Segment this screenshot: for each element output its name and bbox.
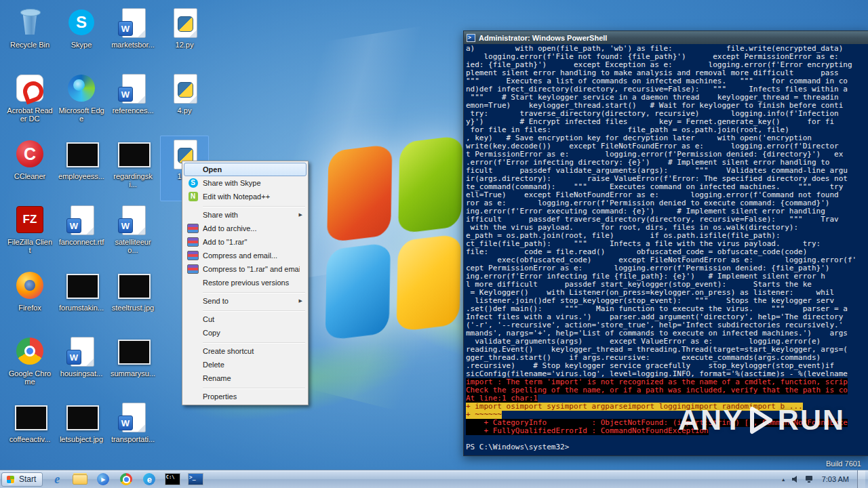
window-title: Administrator: Windows PowerShell xyxy=(479,34,607,42)
volume-icon[interactable] xyxy=(791,475,800,483)
context-menu-item[interactable]: Delete xyxy=(184,358,307,371)
menu-item-icon xyxy=(186,178,200,188)
hidden-icons-arrow-icon[interactable]: ▲ xyxy=(781,477,786,482)
start-button-label: Start xyxy=(19,474,36,484)
desktop-icon[interactable]: Google Chrome xyxy=(5,333,54,399)
taskbar: Start ▲ 7:03 AM xyxy=(0,470,868,488)
console-line: + FullyQualifiedErrorId : CommandNotFoun… xyxy=(466,427,709,435)
anyrun-watermark-left: ANY xyxy=(678,403,744,436)
context-menu-item[interactable] xyxy=(184,385,307,390)
menu-item-label: Send to xyxy=(203,297,296,305)
context-menu-item[interactable] xyxy=(184,203,307,208)
desktop-icon[interactable]: satelliteeuro... xyxy=(108,201,157,267)
menu-item-icon xyxy=(186,223,200,234)
desktop-icon-label: employeess... xyxy=(58,172,104,180)
desktop-icon-image xyxy=(14,72,46,104)
context-menu-item[interactable]: Send to ▶ xyxy=(184,294,307,308)
desktop-icon[interactable]: letsubject.jpg xyxy=(57,399,106,464)
menu-item-label: Delete xyxy=(203,361,300,369)
network-icon[interactable] xyxy=(805,475,814,483)
desktop-icon[interactable]: Acrobat Reader DC xyxy=(5,70,54,136)
show-desktop-button[interactable] xyxy=(857,470,865,488)
context-menu-item[interactable]: Restore previous versions xyxy=(184,276,307,289)
context-menu-item[interactable]: Compress to "1.rar" and email xyxy=(184,262,307,276)
desktop-icon-image xyxy=(14,335,46,367)
desktop-icon[interactable]: Microsoft Edge xyxy=(57,70,106,136)
taskbar-app-button[interactable] xyxy=(161,471,183,487)
desktop-icon[interactable]: employeess... xyxy=(57,136,106,201)
system-tray: ▲ 7:03 AM xyxy=(778,470,868,488)
powershell-console[interactable]: a) with open(file_path, 'wb') as file: f… xyxy=(464,44,868,456)
desktop-icon[interactable]: marketsbor... xyxy=(108,4,157,70)
context-menu-item[interactable]: Add to "1.rar" xyxy=(184,235,307,249)
desktop-icon[interactable]: regardingski... xyxy=(108,136,157,201)
menu-item-icon xyxy=(186,314,200,325)
taskbar-app-button[interactable] xyxy=(92,471,114,487)
context-menu-item[interactable] xyxy=(184,308,307,312)
desktop-icon-label: FileZilla Client xyxy=(7,238,53,254)
desktop-icon[interactable]: Recycle Bin xyxy=(5,4,54,70)
anyrun-play-icon xyxy=(749,406,773,434)
taskbar-clock[interactable]: 7:03 AM xyxy=(822,475,849,483)
desktop-icon[interactable]: FileZilla Client xyxy=(5,201,54,267)
desktop-icon[interactable]: steeltrust.jpg xyxy=(108,267,157,333)
desktop-icon-label: coffeeactiv... xyxy=(7,435,53,443)
start-button[interactable]: Start xyxy=(1,472,43,487)
desktop-icon[interactable]: housingsat... xyxy=(57,333,106,399)
taskbar-app-button[interactable] xyxy=(138,471,160,487)
powershell-window[interactable]: > Administrator: Windows PowerShell a) w… xyxy=(463,30,868,456)
desktop-icon[interactable]: summarysu... xyxy=(108,333,157,399)
powershell-titlebar[interactable]: > Administrator: Windows PowerShell xyxy=(464,31,868,44)
anyrun-watermark: ANY RUN xyxy=(678,403,845,436)
windows-logo-pane-yellow xyxy=(396,233,461,331)
menu-item-icon xyxy=(186,277,200,288)
desktop-icon-label: forumstakin... xyxy=(58,304,104,312)
menu-item-icon xyxy=(186,327,200,338)
desktop-icon[interactable]: coffeeactiv... xyxy=(5,399,54,464)
submenu-arrow-icon: ▶ xyxy=(299,212,302,218)
desktop-icon[interactable]: 4.py xyxy=(160,70,209,136)
context-menu-item[interactable]: Open xyxy=(184,163,307,176)
desktop-icon[interactable]: CCleaner xyxy=(5,136,54,201)
menu-item-icon xyxy=(186,391,200,402)
desktop-icon[interactable]: 12.py xyxy=(160,4,209,70)
desktop-icon-label: Recycle Bin xyxy=(7,41,53,49)
context-menu-item[interactable]: Rename xyxy=(184,371,307,385)
desktop-icon[interactable]: transportati... xyxy=(108,399,157,464)
taskbar-app-button[interactable] xyxy=(115,471,137,487)
desktop-icon-image xyxy=(117,203,149,236)
menu-item-label: Share with Skype xyxy=(203,179,300,187)
context-menu-item[interactable] xyxy=(184,289,307,294)
windows-logo-pane-blue xyxy=(326,242,391,340)
context-menu-item[interactable]: Create shortcut xyxy=(184,344,307,358)
desktop-icon[interactable]: Firefox xyxy=(5,267,54,333)
desktop-icon[interactable]: fanconnect.rtf xyxy=(57,201,106,267)
desktop-icon-image xyxy=(117,138,149,170)
menu-item-label: Compress and email... xyxy=(203,251,300,260)
context-menu-item[interactable]: Edit with Notepad++ xyxy=(184,190,307,203)
desktop-icon[interactable]: Skype xyxy=(57,4,106,70)
context-menu-item[interactable]: Cut xyxy=(184,312,307,326)
desktop-icon-label: references... xyxy=(110,106,156,115)
desktop-icon[interactable]: forumstakin... xyxy=(57,267,106,333)
context-menu-item[interactable]: Properties xyxy=(184,390,307,403)
powershell-icon: > xyxy=(467,34,475,42)
anyrun-watermark-right: RUN xyxy=(778,403,845,436)
context-menu-item[interactable]: Copy xyxy=(184,326,307,340)
menu-item-icon xyxy=(186,346,200,357)
context-menu-item[interactable] xyxy=(184,340,307,344)
context-menu-item[interactable]: Share with ▶ xyxy=(184,208,307,222)
taskbar-app-button[interactable] xyxy=(46,471,68,487)
taskbar-app-button[interactable] xyxy=(69,471,91,487)
context-menu-item[interactable]: Compress and email... xyxy=(184,249,307,262)
desktop-icon-image xyxy=(14,269,46,302)
desktop-icon-image xyxy=(65,6,98,39)
context-menu-item[interactable]: Share with Skype xyxy=(184,176,307,190)
menu-item-icon xyxy=(186,264,200,274)
context-menu: Open Share with Skype Edit with Notepad+… xyxy=(182,161,309,405)
desktop-icon-image xyxy=(117,401,149,433)
taskbar-app-button[interactable] xyxy=(184,471,206,487)
context-menu-item[interactable]: Add to archive... xyxy=(184,222,307,235)
desktop-icon[interactable]: references... xyxy=(108,70,157,136)
menu-item-label: Copy xyxy=(203,329,300,337)
